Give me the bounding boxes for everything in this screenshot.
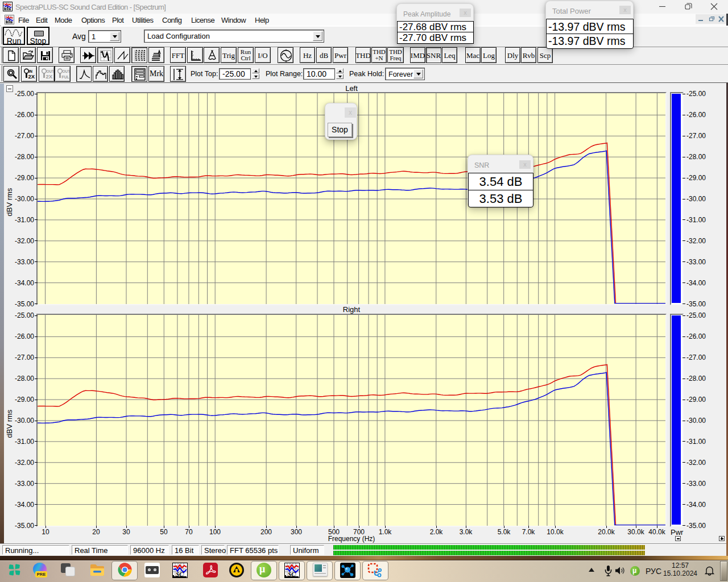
svg-text:OUT: OUT xyxy=(47,69,55,73)
svg-text:OUT: OUT xyxy=(63,69,71,73)
svg-text:SC: SC xyxy=(176,571,184,577)
svg-text:2X: 2X xyxy=(28,73,35,80)
svg-text:FULL: FULL xyxy=(62,75,71,79)
svg-text:IN: IN xyxy=(29,69,33,73)
svg-text:SC: SC xyxy=(288,571,296,577)
svg-text:2X: 2X xyxy=(46,73,53,80)
